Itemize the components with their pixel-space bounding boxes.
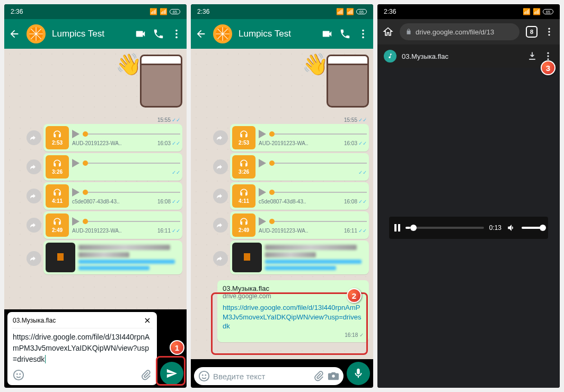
audio-message[interactable]: 3:26 ✓✓ <box>43 153 182 181</box>
send-icon <box>166 368 178 379</box>
progress-bar[interactable] <box>406 227 484 229</box>
status-time: 2:36 <box>11 8 23 15</box>
link-preview-message[interactable] <box>43 240 182 274</box>
wave-hand-icon: 👋 <box>116 52 142 77</box>
phone-screenshot-2: 2:36 📶📶65 Lumpics Test 👋 15:55✓✓ 2:53 AU… <box>191 4 373 388</box>
browser-toolbar: drive.google.com/file/d/13 8 <box>377 19 560 44</box>
contact-avatar[interactable] <box>213 24 232 43</box>
headphones-icon <box>52 159 62 168</box>
chat-title[interactable]: Lumpics Test <box>52 29 128 39</box>
sticker-message[interactable]: 👋 15:55✓✓ <box>300 52 369 115</box>
headphones-icon <box>52 188 62 198</box>
audio-message[interactable]: 4:11 c5de0807-43d8-43..16:08✓✓ <box>43 182 182 210</box>
callout-2: 2 <box>347 288 362 303</box>
drive-filename: 03.Музыка.flac <box>402 52 522 60</box>
sticker-message[interactable]: 👋 15:55✓✓ <box>113 52 182 115</box>
chat-header: Lumpics Test <box>4 19 187 49</box>
audio-message[interactable]: 2:49 AUD-20191223-WA..16:11✓✓ <box>43 211 182 239</box>
drive-header: 03.Музыка.flac <box>377 44 560 68</box>
forward-button[interactable] <box>213 130 228 145</box>
volume-slider[interactable] <box>522 227 543 229</box>
input-bar: 03.Музыка.flac https://drive.google.com/… <box>4 309 187 388</box>
status-bar: 2:36 📶📶65 <box>191 4 373 19</box>
download-icon[interactable] <box>527 51 537 61</box>
forward-button[interactable] <box>27 189 41 203</box>
audio-message[interactable]: 2:53 AUD-20191223-WA..16:03✓✓ <box>230 124 369 152</box>
forward-button[interactable] <box>27 159 41 174</box>
attach-icon[interactable] <box>313 370 324 382</box>
play-icon[interactable] <box>72 130 80 138</box>
url-text: drive.google.com/file/d/13 <box>416 28 494 36</box>
more-icon[interactable] <box>171 28 182 40</box>
input-bar: Введите текст <box>191 359 373 388</box>
home-icon[interactable] <box>383 26 393 37</box>
callout-3: 3 <box>541 60 556 75</box>
drive-more-icon[interactable] <box>543 51 553 61</box>
music-file-icon <box>384 50 396 63</box>
preview-thumb <box>46 243 75 272</box>
audio-track[interactable] <box>83 133 180 135</box>
headphones-icon <box>52 130 62 139</box>
emoji-icon[interactable] <box>198 370 210 382</box>
link-domain: drive.google.com <box>223 292 364 300</box>
headphones-icon <box>52 217 62 227</box>
sent-link-message[interactable]: 03.Музыка.flac drive.google.com https://… <box>217 280 369 342</box>
coffee-cup-icon <box>140 57 182 108</box>
input-text: https://drive.google.com/file/d/13I440rp… <box>13 333 149 363</box>
status-bar: 2:36 📶📶65 <box>377 4 560 19</box>
status-bar: 2:36 📶📶65 <box>4 4 187 19</box>
phone-screenshot-1: 2:36 📶📶65 Lumpics Test 👋 15:55✓✓ 2:53 AU… <box>4 4 187 388</box>
lock-icon <box>405 28 412 35</box>
video-call-icon[interactable] <box>135 28 146 40</box>
chat-area[interactable]: 👋 15:55✓✓ 2:53 AUD-20191223-WA..16:03✓✓ … <box>191 49 373 359</box>
pause-button[interactable] <box>394 224 400 231</box>
voice-call-icon[interactable] <box>153 28 164 40</box>
message-input[interactable]: Введите текст <box>194 367 343 385</box>
close-preview-icon[interactable] <box>143 316 152 325</box>
drive-content: 0:13 <box>377 68 560 388</box>
url-bar[interactable]: drive.google.com/file/d/13 <box>400 23 519 40</box>
phone-screenshot-3: 2:36 📶📶65 drive.google.com/file/d/13 8 0… <box>377 4 560 388</box>
back-icon[interactable] <box>195 28 207 40</box>
link-url[interactable]: https://drive.google.com/file/d/13I440rp… <box>223 303 364 331</box>
forward-button[interactable] <box>27 218 41 233</box>
volume-icon[interactable] <box>507 223 516 233</box>
input-placeholder: Введите текст <box>213 372 310 381</box>
play-icon[interactable] <box>72 217 80 226</box>
emoji-icon[interactable] <box>13 369 24 381</box>
mic-icon <box>352 368 364 379</box>
chat-area[interactable]: 👋 15:55✓✓ 2:53 AUD-20191223-WA..16:03✓✓ … <box>4 49 187 309</box>
forward-button[interactable] <box>27 130 41 145</box>
contact-avatar[interactable] <box>27 24 46 43</box>
camera-icon[interactable] <box>328 370 339 382</box>
message-input[interactable]: 03.Музыка.flac https://drive.google.com/… <box>7 312 157 385</box>
send-button[interactable] <box>160 362 183 385</box>
play-time: 0:13 <box>489 224 501 231</box>
attach-icon[interactable] <box>140 369 152 381</box>
link-title: 03.Музыка.flac <box>223 284 364 292</box>
audio-player: 0:13 <box>389 217 548 239</box>
more-icon[interactable] <box>357 28 369 40</box>
forward-button[interactable] <box>27 251 41 266</box>
tab-count[interactable]: 8 <box>526 26 537 38</box>
back-icon[interactable] <box>8 28 20 40</box>
browser-more-icon[interactable] <box>544 26 554 37</box>
voice-record-button[interactable] <box>347 362 370 385</box>
voice-call-icon[interactable] <box>339 28 351 40</box>
play-icon[interactable] <box>72 188 80 197</box>
audio-message[interactable]: 2:53 AUD-20191223-WA..16:03✓✓ <box>43 124 182 152</box>
play-icon[interactable] <box>72 159 80 167</box>
status-icons: 📶📶65 <box>149 8 180 15</box>
chat-header: Lumpics Test <box>191 19 373 49</box>
callout-1: 1 <box>170 340 184 355</box>
video-call-icon[interactable] <box>321 28 333 40</box>
link-preview-title: 03.Музыка.flac <box>13 317 56 324</box>
